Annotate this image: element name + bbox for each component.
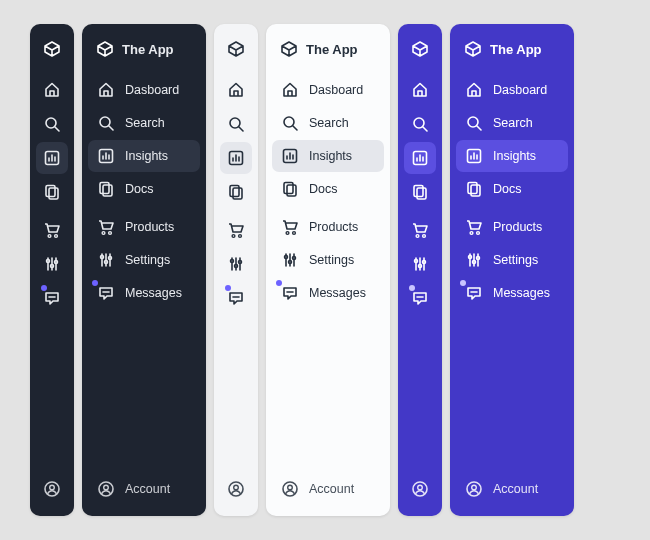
account-icon bbox=[227, 480, 245, 498]
cart-icon bbox=[281, 218, 299, 236]
nav-group-1 bbox=[404, 74, 436, 208]
sidebar-item-insights[interactable] bbox=[404, 142, 436, 174]
sidebar-item-label: Messages bbox=[493, 286, 550, 300]
sidebar-light-collapsed bbox=[214, 24, 258, 516]
nav-group-2 bbox=[220, 214, 252, 314]
nav-group-1 bbox=[36, 74, 68, 208]
sidebar-item-dashboard[interactable] bbox=[220, 74, 252, 106]
sidebar-item-settings[interactable]: Settings bbox=[456, 244, 568, 276]
sidebar-item-account[interactable]: Account bbox=[456, 472, 568, 506]
sidebar-item-label: Search bbox=[493, 116, 533, 130]
message-icon bbox=[465, 284, 483, 302]
nav-group-1 bbox=[220, 74, 252, 208]
home-icon bbox=[281, 81, 299, 99]
account-icon bbox=[465, 480, 483, 498]
sidebar-item-search[interactable] bbox=[36, 108, 68, 140]
sidebar-item-products[interactable]: Products bbox=[88, 211, 200, 243]
sidebar-item-account[interactable]: Account bbox=[272, 472, 384, 506]
sidebar-item-insights[interactable]: Insights bbox=[88, 140, 200, 172]
sidebar-item-search[interactable]: Search bbox=[88, 107, 200, 139]
sidebar-item-label: Dasboard bbox=[309, 83, 363, 97]
sidebar-item-messages[interactable] bbox=[220, 282, 252, 314]
sidebar-item-search[interactable]: Search bbox=[456, 107, 568, 139]
sidebar-item-messages[interactable]: Messages bbox=[272, 277, 384, 309]
notification-dot bbox=[276, 280, 282, 286]
sliders-icon bbox=[281, 251, 299, 269]
sidebar-item-docs[interactable] bbox=[404, 176, 436, 208]
sidebar-item-label: Messages bbox=[309, 286, 366, 300]
logo-icon bbox=[43, 40, 61, 58]
sidebar-item-settings[interactable] bbox=[220, 248, 252, 280]
insights-icon bbox=[411, 149, 429, 167]
sidebar-item-insights[interactable] bbox=[36, 142, 68, 174]
sidebar-item-settings[interactable] bbox=[36, 248, 68, 280]
sidebar-item-dashboard[interactable]: Dasboard bbox=[272, 74, 384, 106]
account-icon bbox=[281, 480, 299, 498]
cart-icon bbox=[227, 221, 245, 239]
message-icon bbox=[411, 289, 429, 307]
brand bbox=[227, 34, 245, 68]
sidebar-item-label: Settings bbox=[309, 253, 354, 267]
home-icon bbox=[411, 81, 429, 99]
notification-dot bbox=[409, 285, 415, 291]
sidebar-item-docs[interactable] bbox=[220, 176, 252, 208]
sidebar-item-account[interactable]: Account bbox=[88, 472, 200, 506]
search-icon bbox=[97, 114, 115, 132]
sidebar-item-label: Products bbox=[493, 220, 542, 234]
sidebar-item-account[interactable] bbox=[218, 472, 254, 506]
message-icon bbox=[281, 284, 299, 302]
sidebar-item-messages[interactable] bbox=[404, 282, 436, 314]
sidebar-item-search[interactable] bbox=[220, 108, 252, 140]
sidebar-item-products[interactable] bbox=[220, 214, 252, 246]
sidebar-item-products[interactable] bbox=[36, 214, 68, 246]
notification-dot bbox=[92, 280, 98, 286]
insights-icon bbox=[97, 147, 115, 165]
sidebar-dark-collapsed bbox=[30, 24, 74, 516]
sidebar-item-label: Products bbox=[125, 220, 174, 234]
brand: The App bbox=[456, 34, 568, 68]
sidebar-item-search[interactable]: Search bbox=[272, 107, 384, 139]
sidebar-item-docs[interactable]: Docs bbox=[456, 173, 568, 205]
sidebar-item-products[interactable]: Products bbox=[456, 211, 568, 243]
sidebar-item-docs[interactable]: Docs bbox=[88, 173, 200, 205]
nav-group-2: Products Settings Messages bbox=[456, 211, 568, 309]
sidebar-item-products[interactable]: Products bbox=[272, 211, 384, 243]
notification-dot bbox=[460, 280, 466, 286]
insights-icon bbox=[227, 149, 245, 167]
sidebar-item-label: Dasboard bbox=[125, 83, 179, 97]
sidebar-item-settings[interactable]: Settings bbox=[88, 244, 200, 276]
sidebar-dark-expanded: The App Dasboard Search Insights Docs Pr… bbox=[82, 24, 206, 516]
sidebar-purple-expanded: The App Dasboard Search Insights Docs Pr… bbox=[450, 24, 574, 516]
sidebar-item-messages[interactable]: Messages bbox=[88, 277, 200, 309]
sidebar-item-docs[interactable] bbox=[36, 176, 68, 208]
sidebar-item-messages[interactable]: Messages bbox=[456, 277, 568, 309]
logo-icon bbox=[96, 40, 114, 58]
sidebar-item-account[interactable] bbox=[402, 472, 438, 506]
sliders-icon bbox=[227, 255, 245, 273]
search-icon bbox=[465, 114, 483, 132]
insights-icon bbox=[43, 149, 61, 167]
sidebar-item-dashboard[interactable]: Dasboard bbox=[456, 74, 568, 106]
sidebar-item-docs[interactable]: Docs bbox=[272, 173, 384, 205]
sidebar-item-messages[interactable] bbox=[36, 282, 68, 314]
sidebar-item-search[interactable] bbox=[404, 108, 436, 140]
sidebar-item-dashboard[interactable] bbox=[36, 74, 68, 106]
docs-icon bbox=[227, 183, 245, 201]
account-icon bbox=[97, 480, 115, 498]
docs-icon bbox=[43, 183, 61, 201]
sidebar-item-dashboard[interactable] bbox=[404, 74, 436, 106]
docs-icon bbox=[97, 180, 115, 198]
sidebar-item-insights[interactable]: Insights bbox=[272, 140, 384, 172]
docs-icon bbox=[281, 180, 299, 198]
sidebar-item-products[interactable] bbox=[404, 214, 436, 246]
sidebar-item-account[interactable] bbox=[34, 472, 70, 506]
app-title: The App bbox=[490, 42, 542, 57]
sidebar-item-dashboard[interactable]: Dasboard bbox=[88, 74, 200, 106]
sidebar-item-label: Dasboard bbox=[493, 83, 547, 97]
sliders-icon bbox=[411, 255, 429, 273]
sidebar-item-insights[interactable]: Insights bbox=[456, 140, 568, 172]
sidebar-item-settings[interactable] bbox=[404, 248, 436, 280]
sidebar-item-insights[interactable] bbox=[220, 142, 252, 174]
sidebar-item-settings[interactable]: Settings bbox=[272, 244, 384, 276]
app-title: The App bbox=[306, 42, 358, 57]
